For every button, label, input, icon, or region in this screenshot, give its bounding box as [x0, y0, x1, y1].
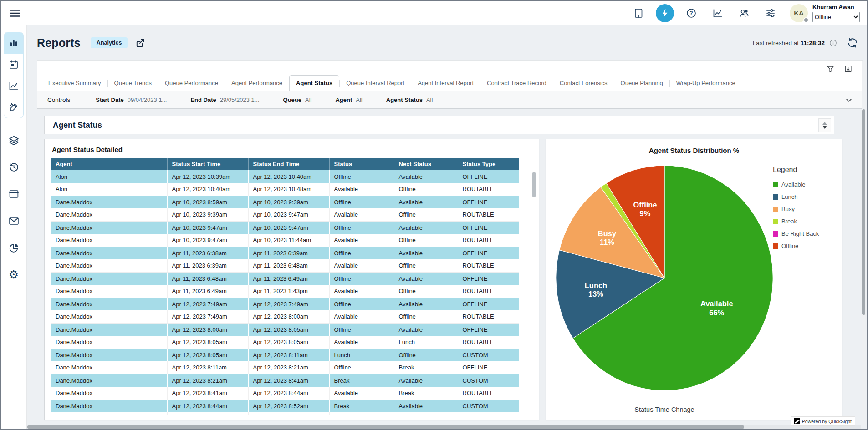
table-cell: Apr 12, 2023 10:39am — [167, 170, 248, 183]
filter-agent-status[interactable]: Agent StatusAll — [386, 96, 433, 103]
table-row[interactable]: Dane.MaddoxApr 12, 2023 8:05amApr 12, 20… — [51, 336, 519, 349]
table-row[interactable]: Dane.MaddoxApr 11, 2023 6:49amApr 11, 20… — [51, 285, 519, 298]
tab-wrap-up-performance[interactable]: Wrap-Up Performance — [670, 76, 742, 91]
table-row[interactable]: Dane.MaddoxApr 12, 2023 8:00amApr 12, 20… — [51, 323, 519, 336]
tab-contract-trace-record[interactable]: Contract Trace Record — [480, 76, 553, 91]
sidebar-item-settings[interactable]: ⚙ — [4, 264, 23, 284]
tab-queue-planning[interactable]: Queue Planning — [614, 76, 669, 91]
section-spinner[interactable] — [818, 118, 831, 132]
table-row[interactable]: Dane.MaddoxApr 11, 2023 6:39amApr 11, 20… — [51, 259, 519, 272]
sidebar-item-dashboards[interactable] — [4, 32, 23, 54]
filter-icon[interactable] — [826, 65, 835, 73]
tab-agent-performance[interactable]: Agent Performance — [225, 76, 289, 91]
sidebar-item-layers[interactable] — [4, 130, 23, 150]
legend-item-be-right-back[interactable]: Be Right Back — [773, 230, 836, 237]
table-row[interactable]: AlonApr 12, 2023 10:40amApr 12, 2023 10:… — [51, 183, 519, 196]
info-icon[interactable] — [829, 39, 837, 47]
table-scrollbar-thumb[interactable] — [532, 172, 536, 197]
metrics-icon[interactable] — [709, 4, 727, 22]
spinner-down-icon[interactable] — [822, 126, 827, 129]
page-horizontal-scrollbar-thumb[interactable] — [27, 425, 744, 429]
table-row[interactable]: Dane.MaddoxApr 10, 2023 9:47amApr 10, 20… — [51, 221, 519, 234]
app-window: ? KA Khurram Awan Offline — [0, 0, 868, 430]
sidebar-item-analyses[interactable] — [4, 75, 23, 96]
tab-queue-interval-report[interactable]: Queue Interval Report — [340, 76, 411, 91]
filter-start-date[interactable]: Start Date09/04/2023 1... — [96, 96, 167, 103]
table-cell: Available — [394, 221, 458, 234]
users-icon[interactable] — [735, 4, 753, 22]
tab-agent-interval-report[interactable]: Agent Interval Report — [411, 76, 480, 91]
filter-agent[interactable]: AgentAll — [335, 96, 362, 103]
table-row[interactable]: Dane.MaddoxApr 12, 2023 7:49amApr 12, 20… — [51, 298, 519, 310]
table-cell: Apr 10, 2023 9:47am — [167, 221, 248, 234]
notes-icon[interactable] — [629, 4, 648, 22]
avatar[interactable]: KA — [790, 4, 808, 22]
page-vertical-scrollbar[interactable] — [862, 61, 866, 425]
external-link-icon[interactable] — [135, 38, 145, 48]
export-download-icon[interactable] — [844, 65, 853, 73]
sidebar-item-browser[interactable] — [4, 184, 23, 204]
table-row[interactable]: Dane.MaddoxApr 12, 2023 7:49amApr 12, 20… — [51, 310, 519, 323]
table-row[interactable]: Dane.MaddoxApr 11, 2023 6:48amApr 11, 20… — [51, 272, 519, 285]
settings-sliders-icon[interactable] — [761, 4, 780, 22]
sidebar-item-history[interactable] — [4, 157, 23, 177]
tab-queue-performance[interactable]: Queue Performance — [158, 76, 225, 91]
table-row[interactable]: Dane.MaddoxApr 10, 2023 9:47amApr 10, 20… — [51, 234, 519, 247]
page-vertical-scrollbar-thumb[interactable] — [862, 109, 865, 315]
table-row[interactable]: Dane.MaddoxApr 12, 2023 8:44amApr 12, 20… — [51, 400, 519, 412]
table-cell: Offline — [329, 221, 394, 234]
table-cell: CUSTOM — [458, 349, 519, 361]
col-header-status-end-time[interactable]: Status End Time — [248, 158, 329, 170]
table-row[interactable]: Dane.MaddoxApr 11, 2023 6:38amApr 11, 20… — [51, 247, 519, 259]
sidebar-item-pie-reports[interactable] — [4, 238, 23, 258]
table-row[interactable]: Dane.MaddoxApr 12, 2023 8:21amApr 12, 20… — [51, 374, 519, 387]
spinner-up-icon[interactable] — [822, 122, 827, 125]
quicksight-badge[interactable]: Powered by QuickSight — [791, 416, 855, 426]
legend-item-offline[interactable]: Offline — [773, 243, 836, 249]
quick-actions-flash-icon[interactable] — [656, 4, 674, 22]
table-row[interactable] — [51, 412, 519, 415]
sidebar-item-calendar[interactable] — [4, 54, 23, 75]
table-row[interactable]: Dane.MaddoxApr 10, 2023 9:39amApr 10, 20… — [51, 208, 519, 221]
sidebar-item-mail[interactable] — [4, 211, 23, 231]
col-header-next-status[interactable]: Next Status — [394, 158, 458, 170]
hamburger-menu-icon[interactable] — [9, 7, 21, 19]
table-row[interactable]: Dane.MaddoxApr 12, 2023 8:11amApr 12, 20… — [51, 361, 519, 374]
legend-item-available[interactable]: Available — [773, 181, 836, 188]
filter-label: Agent — [335, 96, 352, 103]
help-icon[interactable]: ? — [682, 4, 700, 22]
legend-item-busy[interactable]: Busy — [773, 206, 836, 212]
legend-item-lunch[interactable]: Lunch — [773, 193, 836, 200]
table-row[interactable]: AlonApr 12, 2023 10:39amApr 12, 2023 10:… — [51, 170, 519, 183]
tab-agent-status[interactable]: Agent Status — [289, 75, 339, 91]
tab-executive-summary[interactable]: Executive Summary — [42, 76, 107, 91]
table-title: Agent Status Detailed — [52, 146, 532, 153]
table-row[interactable]: Dane.MaddoxApr 10, 2023 8:59amApr 10, 20… — [51, 196, 519, 208]
col-header-status-start-time[interactable]: Status Start Time — [167, 158, 248, 170]
table-cell: Dane.Maddox — [51, 221, 167, 234]
analytics-badge[interactable]: Analytics — [91, 37, 128, 48]
table-cell: Apr 10, 2023 9:47am — [248, 221, 329, 234]
sidebar-item-design[interactable] — [4, 96, 23, 118]
agent-status-select[interactable]: Offline — [812, 12, 860, 22]
refresh-icon[interactable] — [847, 37, 858, 48]
controls-collapse-chevron-icon[interactable] — [844, 96, 853, 105]
tab-contact-forensics[interactable]: Contact Forensics — [553, 76, 614, 91]
col-header-agent[interactable]: Agent — [51, 158, 167, 170]
table-row[interactable]: Dane.MaddoxApr 12, 2023 8:41amApr 12, 20… — [51, 387, 519, 400]
pie-chart[interactable]: Available66%Lunch13%Busy11%Offline9% — [554, 164, 775, 392]
table-cell: Apr 11, 2023 6:39am — [248, 247, 329, 259]
col-header-status-type[interactable]: Status Type — [458, 158, 519, 170]
table-cell: Apr 12, 2023 8:05am — [167, 336, 248, 349]
sheet-section-title: Agent Status — [53, 121, 102, 130]
table-cell: Dane.Maddox — [51, 336, 167, 349]
filter-queue[interactable]: QueueAll — [283, 96, 312, 103]
page-horizontal-scrollbar[interactable] — [27, 425, 861, 429]
col-header-status[interactable]: Status — [329, 158, 394, 170]
tab-queue-trends[interactable]: Queue Trends — [108, 76, 158, 91]
table-cell: Apr 12, 2023 8:00am — [167, 323, 248, 336]
table-row[interactable]: Dane.MaddoxApr 12, 2023 8:05amApr 12, 20… — [51, 349, 519, 361]
table-cell: ROUTABLE — [458, 183, 519, 196]
filter-end-date[interactable]: End Date29/05/2023 1... — [190, 96, 259, 103]
legend-item-break[interactable]: Break — [773, 218, 836, 225]
